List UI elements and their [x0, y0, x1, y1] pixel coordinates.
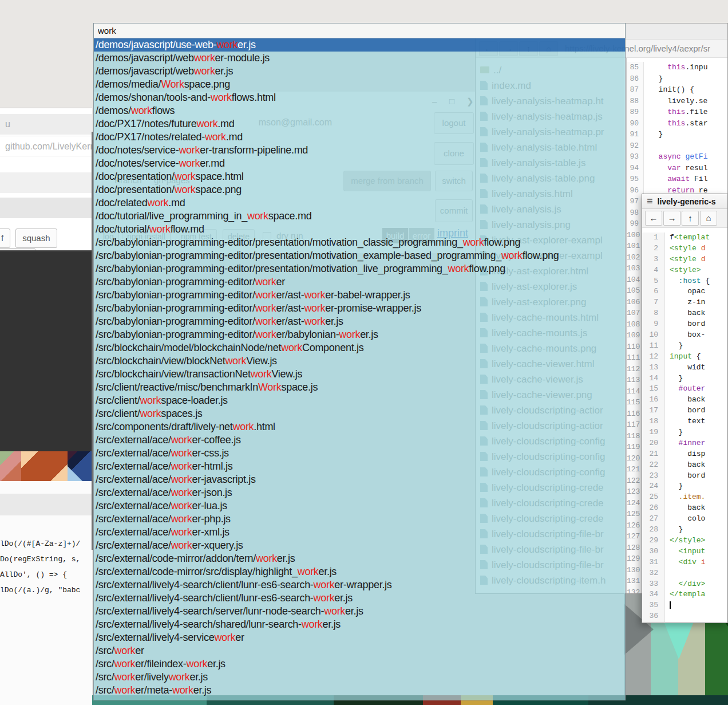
- code-line[interactable]: 92: [627, 139, 727, 151]
- search-result-item[interactable]: /src/babylonian-programming-editor/worke…: [94, 289, 625, 302]
- code-line[interactable]: 34</templa: [642, 588, 727, 599]
- code-line[interactable]: 14 }: [642, 372, 727, 383]
- editor-window-titlebar[interactable]: ≡lively-generic-s: [642, 194, 727, 209]
- search-result-item[interactable]: /src/external/lively4-search/client/lunr…: [94, 578, 625, 592]
- code-line[interactable]: 31 <div i: [642, 556, 727, 567]
- code-line[interactable]: 91 }: [627, 128, 727, 139]
- code-line[interactable]: 89 this.file: [627, 105, 727, 117]
- code-line[interactable]: 21 disp: [642, 448, 727, 459]
- repo-url-field[interactable]: github.com/LivelyKern: [0, 136, 92, 156]
- search-result-item[interactable]: /src/babylonian-programming-editor/prese…: [94, 249, 625, 262]
- code-line[interactable]: 8 back: [642, 307, 727, 318]
- search-result-item[interactable]: /src/worker/meta-worker.js: [94, 684, 625, 697]
- search-result-item[interactable]: /src/babylonian-programming-editor/worke…: [94, 315, 625, 328]
- search-result-item[interactable]: /src/external/ace/worker-xquery.js: [94, 539, 625, 552]
- code-line[interactable]: 4<style>: [642, 264, 727, 275]
- code-line[interactable]: 36: [642, 610, 727, 621]
- code-line[interactable]: 32: [642, 567, 727, 578]
- menu-icon[interactable]: ≡: [642, 195, 658, 207]
- code-line[interactable]: 94 var resul: [627, 162, 727, 173]
- search-result-item[interactable]: /demos/javascript/use-web-worker.js: [94, 38, 625, 52]
- search-result-item[interactable]: /doc/relatedwork.md: [94, 196, 625, 210]
- search-result-item[interactable]: /src/blockchain/model/blockchainNode/net…: [94, 341, 625, 355]
- code-line[interactable]: 23 bord: [642, 470, 727, 480]
- search-input[interactable]: [94, 23, 625, 38]
- search-result-item[interactable]: /src/external/ace/worker-coffee.js: [94, 434, 625, 447]
- search-result-item[interactable]: /doc/notes/service-worker.md: [94, 157, 625, 170]
- search-result-item[interactable]: /src/client/workspace-loader.js: [94, 394, 625, 407]
- code-line[interactable]: 13 widt: [642, 361, 727, 372]
- empty-field-2[interactable]: [0, 198, 92, 218]
- search-result-item[interactable]: /src/external/lively4-serviceworker: [94, 631, 625, 644]
- search-result-item[interactable]: /src/worker/livelyworker.js: [94, 671, 625, 684]
- code-line[interactable]: 19 }: [642, 426, 727, 437]
- search-result-item[interactable]: /src/external/ace/worker-html.js: [94, 460, 625, 473]
- squash-button[interactable]: squash: [15, 229, 57, 248]
- code-line[interactable]: 25 .item.: [642, 491, 727, 502]
- code-line[interactable]: 7 z-in: [642, 296, 727, 307]
- code-line[interactable]: 87 init() {: [627, 83, 727, 94]
- code-line[interactable]: 2<style d: [642, 242, 727, 253]
- username-field[interactable]: u: [0, 114, 92, 135]
- search-result-item[interactable]: /src/external/code-mirror/src/display/hi…: [94, 565, 625, 578]
- code-line[interactable]: 33 </div>: [642, 578, 727, 589]
- search-result-item[interactable]: /doc/presentation/workspace.png: [94, 183, 625, 196]
- search-result-item[interactable]: /src/babylonian-programming-editor/prese…: [94, 262, 625, 275]
- code-line[interactable]: 6 opac: [642, 285, 727, 296]
- diff-button[interactable]: f: [0, 229, 10, 248]
- search-result-item[interactable]: /demos/shonan/tools-and-workflows.html: [94, 91, 625, 104]
- code-line[interactable]: 17 bord: [642, 404, 727, 415]
- code-line[interactable]: 90 this.star: [627, 117, 727, 128]
- search-result-item[interactable]: /demos/javascript/webworker.js: [94, 65, 625, 78]
- code-line[interactable]: 16 back: [642, 393, 727, 404]
- editor-code-lines[interactable]: 1f<templat2<style d3<style d4<style>5 :h…: [642, 228, 727, 621]
- search-result-item[interactable]: /doc/PX17/notes/related-work.md: [94, 131, 625, 144]
- search-result-item[interactable]: /src/external/ace/worker-php.js: [94, 513, 625, 526]
- code-line[interactable]: 27 colo: [642, 513, 727, 523]
- code-line[interactable]: 18 text: [642, 415, 727, 426]
- code-line[interactable]: 12input {: [642, 350, 727, 361]
- search-result-item[interactable]: /demos/javascript/webworker-module.js: [94, 52, 625, 65]
- search-result-item[interactable]: /doc/presentation/workspace.html: [94, 170, 625, 183]
- search-result-item[interactable]: /src/external/ace/worker-css.js: [94, 447, 625, 460]
- code-line[interactable]: 29</style>: [642, 534, 727, 545]
- code-line[interactable]: 26 back: [642, 502, 727, 513]
- up-icon[interactable]: ↑: [682, 211, 699, 226]
- code-line[interactable]: 93 async getFi: [627, 150, 727, 162]
- search-result-item[interactable]: /doc/tutorial/workflow.md: [94, 223, 625, 236]
- code-line[interactable]: 30 <input: [642, 545, 727, 556]
- search-result-item[interactable]: /src/worker/fileindex-worker.js: [94, 657, 625, 671]
- search-result-item[interactable]: /src/blockchain/view/blockNetworkView.js: [94, 355, 625, 368]
- search-result-item[interactable]: /src/external/ace/worker-json.js: [94, 486, 625, 499]
- search-result-item[interactable]: /src/external/lively4-search/client/lunr…: [94, 592, 625, 605]
- search-result-item[interactable]: /src/external/code-mirror/addon/tern/wor…: [94, 552, 625, 565]
- search-result-item[interactable]: /src/external/lively4-search/shared/lunr…: [94, 618, 625, 631]
- code-line[interactable]: 85 this.inpu: [627, 61, 727, 72]
- search-result-item[interactable]: /demos/workflows: [94, 104, 625, 117]
- code-line[interactable]: 11 }: [642, 340, 727, 350]
- search-result-item[interactable]: /src/external/lively4-search/server/lunr…: [94, 605, 625, 618]
- search-result-item[interactable]: /doc/tutorial/live_programming_in_worksp…: [94, 210, 625, 223]
- search-result-item[interactable]: /src/external/ace/worker-lua.js: [94, 499, 625, 513]
- code-line[interactable]: 22 back: [642, 459, 727, 470]
- code-line[interactable]: 15 #outer: [642, 383, 727, 393]
- code-line[interactable]: 86 }: [627, 72, 727, 84]
- forward-icon[interactable]: →: [663, 211, 680, 226]
- back-icon[interactable]: ←: [645, 211, 662, 226]
- search-result-item[interactable]: /doc/PX17/notes/futurework.md: [94, 117, 625, 131]
- code-line[interactable]: 10 box-: [642, 329, 727, 340]
- code-line[interactable]: 28 }: [642, 523, 727, 534]
- search-result-item[interactable]: /doc/notes/service-worker-transform-pipe…: [94, 144, 625, 157]
- search-result-item[interactable]: /demos/media/Workspace.png: [94, 78, 625, 91]
- search-result-item[interactable]: /src/client/workspaces.js: [94, 407, 625, 420]
- code-line[interactable]: 20 #inner: [642, 437, 727, 448]
- search-result-item[interactable]: /src/babylonian-programming-editor/worke…: [94, 302, 625, 315]
- code-line[interactable]: 3<style d: [642, 253, 727, 264]
- search-result-item[interactable]: /src/client/reactive/misc/benchmarkInWor…: [94, 381, 625, 394]
- search-result-item[interactable]: /src/blockchain/view/transactionNetworkV…: [94, 368, 625, 381]
- search-result-item[interactable]: /src/babylonian-programming-editor/worke…: [94, 328, 625, 341]
- search-result-item[interactable]: /src/external/ace/worker-javascript.js: [94, 473, 625, 486]
- code-line[interactable]: 24 }: [642, 480, 727, 491]
- search-result-item[interactable]: /src/babylonian-programming-editor/prese…: [94, 236, 625, 249]
- search-result-item[interactable]: /src/worker: [94, 644, 625, 657]
